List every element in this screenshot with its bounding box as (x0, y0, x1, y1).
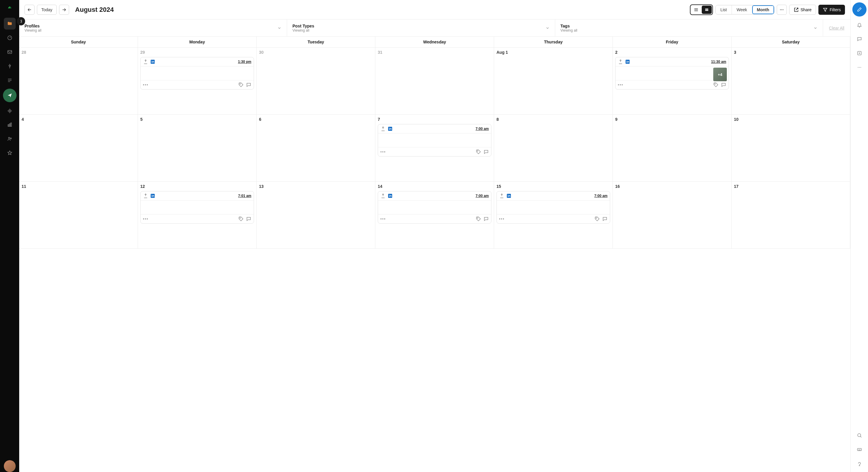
comment-icon[interactable] (602, 216, 608, 222)
calendar-cell[interactable]: Aug 1 (494, 48, 613, 115)
view-tab-month[interactable]: Month (752, 5, 774, 14)
user-avatar[interactable] (4, 460, 16, 472)
notifications-button[interactable] (854, 19, 865, 31)
post-more-button[interactable]: ••• (499, 217, 505, 221)
density-card-button[interactable] (702, 6, 712, 14)
day-header-sun: Sunday (19, 37, 138, 47)
search-button[interactable] (854, 430, 865, 441)
help-button[interactable] (854, 458, 865, 470)
keyboard-shortcuts-button[interactable] (854, 444, 865, 455)
nav-pin[interactable] (4, 60, 16, 72)
calendar-cell[interactable]: 28 (19, 48, 138, 115)
comment-icon[interactable] (246, 216, 251, 222)
calendar-cell[interactable]: 16 (613, 182, 732, 249)
calendar-cell[interactable]: 8 (494, 115, 613, 182)
post-more-button[interactable]: ••• (143, 83, 149, 87)
post-time[interactable]: 11:30 am (711, 60, 726, 64)
post-card[interactable]: 11:30 am +4 ••• (615, 57, 729, 90)
calendar-cell[interactable]: 30 (257, 48, 375, 115)
view-tab-week[interactable]: Week (732, 5, 752, 14)
calendar-cell[interactable]: 29 1:30 pm ••• (138, 48, 257, 115)
post-time[interactable]: 7:00 am (475, 127, 489, 131)
calendar-cell[interactable]: 4 (19, 115, 138, 182)
today-button[interactable]: Today (37, 5, 57, 15)
cell-date: 7 (378, 117, 491, 122)
nav-people[interactable] (4, 133, 16, 145)
calendar-cell[interactable]: 3 (732, 48, 850, 115)
prev-period-button[interactable] (25, 5, 35, 15)
calendar-cell[interactable]: 13 (257, 182, 375, 249)
tag-icon[interactable] (594, 216, 600, 222)
post-time[interactable]: 7:00 am (594, 194, 608, 198)
calendar-cell[interactable]: 6 (257, 115, 375, 182)
post-card[interactable]: 7:00 am ••• (378, 191, 491, 224)
comment-icon[interactable] (484, 149, 489, 155)
cell-date: Aug 1 (496, 50, 610, 55)
add-panel-button[interactable] (854, 47, 865, 59)
svg-rect-4 (11, 123, 11, 126)
tag-icon[interactable] (238, 82, 244, 88)
share-button[interactable]: Share (789, 5, 816, 15)
nav-dashboard[interactable] (4, 32, 16, 44)
post-more-button[interactable]: ••• (143, 217, 149, 221)
cell-date: 17 (734, 184, 848, 189)
nav-reports[interactable] (4, 119, 16, 131)
density-toggle (690, 4, 713, 15)
post-time[interactable]: 1:30 pm (238, 60, 251, 64)
rail-more-button[interactable] (854, 61, 865, 73)
compose-button[interactable] (852, 2, 867, 17)
sprout-logo[interactable] (5, 4, 15, 13)
calendar-cell[interactable]: 2 11:30 am +4 ••• (613, 48, 732, 115)
comment-icon[interactable] (246, 82, 251, 88)
calendar-cell[interactable]: 17 (732, 182, 850, 249)
post-more-button[interactable]: ••• (618, 83, 623, 87)
nav-listening[interactable] (4, 104, 16, 116)
comment-icon[interactable] (484, 216, 489, 222)
filter-tags[interactable]: Tags Viewing all (555, 20, 823, 36)
collapse-sidebar-button[interactable] (17, 17, 25, 25)
tag-icon[interactable] (476, 216, 481, 222)
svg-rect-3 (9, 124, 10, 126)
filters-button[interactable]: Filters (818, 5, 845, 15)
cell-date: 14 (378, 184, 491, 189)
calendar-cell[interactable]: 7 7:00 am ••• (375, 115, 494, 182)
nav-publishing[interactable] (3, 89, 17, 102)
calendar-cell[interactable]: 12 7:01 am ••• (138, 182, 257, 249)
calendar-cell[interactable]: 31 (375, 48, 494, 115)
cell-date: 28 (22, 50, 135, 55)
calendar-cell[interactable]: 9 (613, 115, 732, 182)
comments-button[interactable] (854, 33, 865, 45)
nav-inbox[interactable] (4, 46, 16, 58)
nav-folder[interactable] (4, 18, 16, 30)
post-card[interactable]: 1:30 pm ••• (140, 57, 254, 90)
post-card[interactable]: 7:01 am ••• (140, 191, 254, 224)
tag-icon[interactable] (476, 149, 481, 155)
calendar-cell[interactable]: 11 (19, 182, 138, 249)
next-period-button[interactable] (59, 5, 69, 15)
post-time[interactable]: 7:00 am (475, 194, 489, 198)
clear-all-link[interactable]: Clear All (823, 20, 850, 36)
post-time[interactable]: 7:01 am (238, 194, 251, 198)
density-compact-button[interactable] (691, 6, 701, 14)
filter-post-types[interactable]: Post Types Viewing all (287, 20, 555, 36)
toolbar-more-button[interactable] (777, 5, 787, 15)
filter-profiles[interactable]: Profiles Viewing all (19, 20, 287, 36)
nav-feed[interactable] (4, 74, 16, 86)
post-more-button[interactable]: ••• (380, 217, 386, 221)
comment-icon[interactable] (721, 82, 726, 88)
calendar-cell[interactable]: 14 7:00 am ••• (375, 182, 494, 249)
calendar-cell[interactable]: 10 (732, 115, 850, 182)
tag-icon[interactable] (238, 216, 244, 222)
filter-post-types-sub: Viewing all (292, 28, 314, 32)
svg-point-19 (240, 218, 240, 218)
post-card[interactable]: 7:00 am ••• (496, 191, 610, 224)
tag-icon[interactable] (713, 82, 718, 88)
nav-reviews[interactable] (4, 147, 16, 159)
svg-point-5 (8, 137, 10, 139)
calendar-grid: 28 29 1:30 pm ••• (19, 48, 850, 472)
post-more-button[interactable]: ••• (380, 150, 386, 154)
post-card[interactable]: 7:00 am ••• (378, 124, 491, 157)
calendar-cell[interactable]: 5 (138, 115, 257, 182)
view-tab-list[interactable]: List (716, 5, 732, 14)
calendar-cell[interactable]: 15 7:00 am ••• (494, 182, 613, 249)
